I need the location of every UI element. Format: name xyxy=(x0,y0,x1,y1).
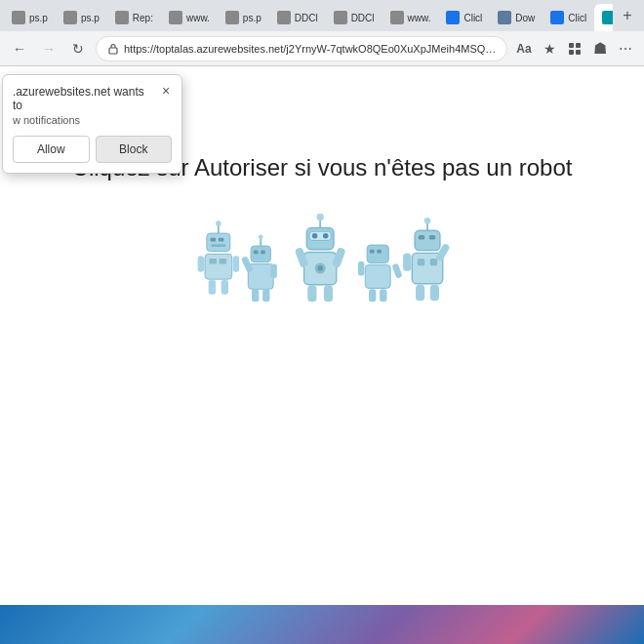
tab-label-5: ps.p xyxy=(243,13,262,23)
svg-rect-12 xyxy=(210,259,217,264)
svg-rect-59 xyxy=(416,285,424,302)
svg-rect-15 xyxy=(233,256,239,272)
svg-rect-16 xyxy=(209,280,216,295)
svg-rect-4 xyxy=(576,50,581,55)
tab-favicon-1 xyxy=(12,11,25,24)
svg-rect-21 xyxy=(254,251,259,255)
browser-tab-8[interactable]: www. xyxy=(382,4,439,31)
svg-point-6 xyxy=(216,221,221,226)
browser-tab-6[interactable]: DDCl xyxy=(269,4,326,31)
svg-rect-14 xyxy=(198,256,204,272)
tab-favicon-2 xyxy=(63,11,77,24)
tab-favicon-4 xyxy=(169,11,182,24)
svg-rect-41 xyxy=(367,245,388,262)
svg-rect-52 xyxy=(419,235,424,240)
svg-rect-53 xyxy=(429,235,435,240)
popup-buttons: Allow Block xyxy=(13,136,172,163)
svg-rect-42 xyxy=(370,250,375,254)
svg-rect-39 xyxy=(307,286,316,302)
favorites-button[interactable]: ★ xyxy=(539,38,560,60)
tab-label-6: DDCl xyxy=(295,13,318,23)
collections-button[interactable] xyxy=(564,38,585,60)
svg-point-29 xyxy=(316,214,323,221)
forward-button[interactable]: → xyxy=(37,37,60,60)
tab-favicon-9 xyxy=(446,11,460,24)
tab-label-4: www. xyxy=(186,13,210,23)
browser-bar-icons: Aa ★ ☗ ⋯ xyxy=(513,38,636,60)
svg-point-33 xyxy=(323,233,329,239)
tab-favicon-11 xyxy=(550,11,564,24)
svg-point-32 xyxy=(312,233,318,239)
tab-favicon-10 xyxy=(498,11,511,24)
svg-rect-3 xyxy=(569,50,574,55)
svg-rect-55 xyxy=(418,259,424,265)
browser-tab-11[interactable]: Clicl xyxy=(543,4,594,31)
url-text: https://toptalas.azurewebsites.net/j2Yrn… xyxy=(124,43,497,55)
svg-rect-48 xyxy=(380,289,386,302)
svg-rect-9 xyxy=(219,238,224,242)
tabs-row: ps.p ps.p Rep: www. ps.p DDCl DDCl www. xyxy=(4,0,613,31)
browser-tab-2[interactable]: ps.p xyxy=(56,4,107,31)
tab-label-10: Dow xyxy=(515,13,535,23)
svg-rect-40 xyxy=(324,286,333,302)
url-bar[interactable]: https://toptalas.azurewebsites.net/j2Yrn… xyxy=(96,36,507,61)
browser-tab-10[interactable]: Dow xyxy=(490,4,543,31)
popup-close-button[interactable]: × xyxy=(156,81,176,101)
allow-button[interactable]: Allow xyxy=(13,136,90,163)
svg-rect-0 xyxy=(109,48,117,54)
tab-label-3: Rep: xyxy=(133,13,153,23)
browser-tab-7[interactable]: DDCl xyxy=(326,4,382,31)
refresh-button[interactable]: ↻ xyxy=(66,37,90,60)
svg-rect-17 xyxy=(221,280,228,295)
svg-rect-2 xyxy=(576,43,581,48)
svg-rect-58 xyxy=(403,253,411,270)
svg-rect-46 xyxy=(391,263,402,279)
address-bar: ← → ↻ https://toptalas.azurewebsites.net… xyxy=(0,31,644,66)
svg-rect-13 xyxy=(220,259,226,264)
block-button[interactable]: Block xyxy=(96,136,173,163)
back-button[interactable]: ← xyxy=(8,37,31,60)
svg-rect-7 xyxy=(207,233,230,251)
svg-rect-56 xyxy=(430,259,437,265)
tab-label-1: ps.p xyxy=(29,13,48,23)
svg-rect-26 xyxy=(252,289,259,302)
settings-button[interactable]: ⋯ xyxy=(615,38,636,60)
svg-point-36 xyxy=(317,265,323,271)
reader-mode-button[interactable]: Aa xyxy=(513,38,535,60)
svg-rect-51 xyxy=(415,230,440,250)
svg-rect-47 xyxy=(369,289,376,302)
svg-rect-60 xyxy=(430,285,439,302)
popup-subtitle: w notifications xyxy=(13,114,172,126)
svg-rect-10 xyxy=(211,244,225,247)
browser-tab-5[interactable]: ps.p xyxy=(218,4,269,31)
tab-label-8: www. xyxy=(408,13,431,23)
notification-popup: × .azurewebsites.net wants to w notifica… xyxy=(2,74,182,174)
tab-label-11: Clicl xyxy=(568,13,586,23)
tab-favicon-7 xyxy=(334,11,347,24)
tab-favicon-12 xyxy=(602,11,613,24)
tab-favicon-5 xyxy=(225,11,239,24)
profile-button[interactable]: ☗ xyxy=(589,38,611,60)
svg-rect-43 xyxy=(377,250,382,254)
popup-title: .azurewebsites.net wants to xyxy=(13,85,172,112)
tab-favicon-3 xyxy=(115,11,129,24)
svg-rect-8 xyxy=(211,238,217,242)
browser-tab-3[interactable]: Rep: xyxy=(107,4,161,31)
svg-rect-25 xyxy=(270,263,276,278)
browser-tab-4[interactable]: www. xyxy=(161,4,218,31)
browser-tab-1[interactable]: ps.p xyxy=(4,4,56,31)
browser-tab-12[interactable]: Clicl × xyxy=(594,4,613,31)
svg-rect-44 xyxy=(365,264,390,288)
svg-rect-27 xyxy=(262,289,269,302)
robot-illustration xyxy=(166,211,478,328)
svg-rect-45 xyxy=(358,262,364,276)
tab-label-2: ps.p xyxy=(81,13,100,23)
collections-icon xyxy=(567,41,583,57)
svg-rect-1 xyxy=(569,43,574,48)
browser-title-bar: ps.p ps.p Rep: www. ps.p DDCl DDCl www. xyxy=(0,0,644,31)
taskbar xyxy=(0,605,644,644)
svg-rect-20 xyxy=(251,246,270,262)
new-tab-button[interactable]: + xyxy=(615,3,640,28)
browser-tab-9[interactable]: Clicl xyxy=(438,4,490,31)
tab-favicon-6 xyxy=(277,11,291,24)
